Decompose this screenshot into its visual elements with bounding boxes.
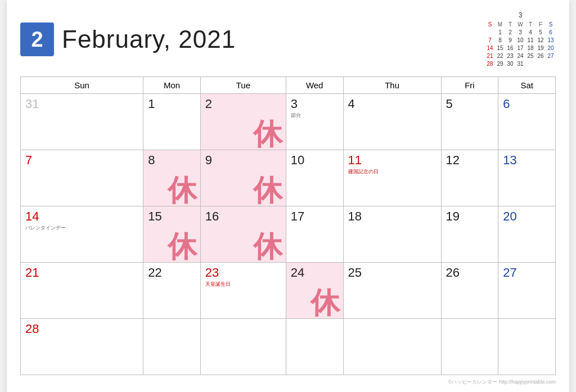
calendar-page: 2 February, 2021 3 S M T W T F S 123456 [7, 0, 569, 392]
mini-cal-cell: 6 [546, 28, 556, 36]
mini-cal-cell: 9 [505, 36, 515, 44]
col-header-sat: Sat [498, 77, 556, 94]
day-cell: 20 [498, 206, 556, 263]
day-number: 3 [291, 97, 339, 111]
day-cell: 27 [498, 263, 556, 319]
day-cell: 6 [498, 94, 556, 150]
day-number: 8 [148, 154, 196, 167]
mini-cal-cell: 28 [485, 60, 495, 67]
day-cell: 9休 [200, 150, 286, 206]
mini-cal-cell: 16 [505, 44, 515, 52]
mini-cal-cell: 22 [495, 52, 505, 60]
day-cell: 5 [441, 94, 498, 150]
day-number: 20 [503, 210, 551, 223]
mini-col-thu: T [525, 20, 536, 28]
day-number: 24 [291, 266, 339, 280]
mini-col-fri: F [536, 20, 546, 28]
mini-cal-cell: 2 [505, 28, 515, 36]
day-number: 17 [291, 210, 339, 223]
event-label: 天皇誕生日 [205, 281, 281, 288]
day-cell: 12 [441, 150, 498, 206]
day-cell [200, 319, 286, 375]
day-number: 31 [25, 97, 138, 111]
month-badge: 2 [20, 22, 54, 56]
day-cell: 26 [441, 263, 498, 319]
kyuu-mark: 休 [253, 175, 282, 205]
day-cell: 31 [21, 94, 143, 150]
day-cell: 13 [498, 150, 556, 206]
mini-cal-cell: 3 [515, 28, 525, 36]
day-number: 5 [446, 97, 494, 111]
day-number: 7 [25, 154, 138, 167]
day-number: 13 [503, 154, 551, 167]
day-cell: 17 [286, 206, 343, 263]
mini-col-wed: W [515, 20, 525, 28]
mini-cal-cell: 7 [485, 36, 495, 44]
day-number: 26 [446, 266, 494, 280]
mini-calendar-table: S M T W T F S 12345678910111213141516171… [485, 20, 556, 67]
event-label: 建国記念の日 [348, 168, 436, 175]
mini-cal-cell: 29 [495, 60, 505, 67]
day-cell: 28 [21, 319, 143, 375]
day-cell: 14バレンタインデー [21, 206, 143, 263]
day-number: 28 [25, 322, 138, 336]
mini-cal-cell: 17 [515, 44, 525, 52]
day-cell: 15休 [143, 206, 201, 263]
day-number: 11 [348, 154, 436, 167]
day-number: 9 [205, 154, 281, 167]
col-header-wed: Wed [286, 77, 343, 94]
day-cell: 21 [21, 263, 143, 319]
mini-cal-cell: 4 [525, 28, 536, 36]
day-cell: 7 [21, 150, 143, 206]
mini-cal-cell: 14 [485, 44, 495, 52]
day-cell [286, 319, 343, 375]
day-number: 2 [205, 97, 281, 111]
day-cell: 24休 [286, 263, 343, 319]
kyuu-mark: 休 [253, 119, 282, 148]
day-number: 4 [348, 97, 436, 111]
mini-cal-cell: 26 [536, 52, 546, 60]
kyuu-mark: 休 [253, 232, 282, 261]
mini-cal-cell: 18 [525, 44, 536, 52]
day-cell: 18 [343, 206, 441, 263]
col-header-mon: Mon [143, 77, 201, 94]
header: 2 February, 2021 3 S M T W T F S 123456 [20, 11, 556, 67]
mini-cal-cell: 25 [525, 52, 536, 60]
col-header-thu: Thu [343, 77, 441, 94]
mini-col-tue: T [505, 20, 515, 28]
mini-calendar: 3 S M T W T F S 123456789101112131415161… [485, 11, 556, 67]
day-cell [343, 319, 441, 375]
mini-col-mon: M [495, 20, 505, 28]
day-number: 21 [25, 266, 138, 280]
day-cell: 1 [143, 94, 201, 150]
mini-cal-cell: 23 [505, 52, 515, 60]
day-cell: 11建国記念の日 [343, 150, 441, 206]
day-number: 1 [148, 97, 196, 111]
day-number: 16 [205, 210, 281, 223]
day-number: 10 [291, 154, 339, 167]
mini-cal-cell: 13 [546, 36, 556, 44]
day-cell: 23天皇誕生日 [200, 263, 286, 319]
kyuu-mark: 休 [310, 288, 340, 317]
mini-cal-cell: 30 [505, 60, 515, 67]
footer: ©ハッピーカレンダー http://happyprintable.com [20, 379, 556, 386]
event-label: バレンタインデー [25, 224, 138, 232]
day-cell [498, 319, 556, 375]
day-number: 6 [503, 97, 551, 111]
mini-cal-cell: 10 [515, 36, 525, 44]
day-cell [441, 319, 498, 375]
day-number: 27 [503, 266, 551, 280]
col-header-tue: Tue [200, 77, 286, 94]
month-title: February, 2021 [62, 25, 236, 53]
day-cell: 4 [343, 94, 441, 150]
mini-cal-cell: 27 [546, 52, 556, 60]
mini-cal-cell: 5 [536, 28, 546, 36]
mini-cal-cell: 19 [536, 44, 546, 52]
day-number: 15 [148, 210, 196, 223]
header-left: 2 February, 2021 [20, 22, 236, 56]
main-calendar-table: SunMonTueWedThuFriSat 3112休3節分45678休9休10… [20, 76, 556, 375]
mini-cal-cell: 24 [515, 52, 525, 60]
mini-cal-cell [485, 28, 495, 36]
day-cell [143, 319, 201, 375]
mini-cal-cell: 8 [495, 36, 505, 44]
